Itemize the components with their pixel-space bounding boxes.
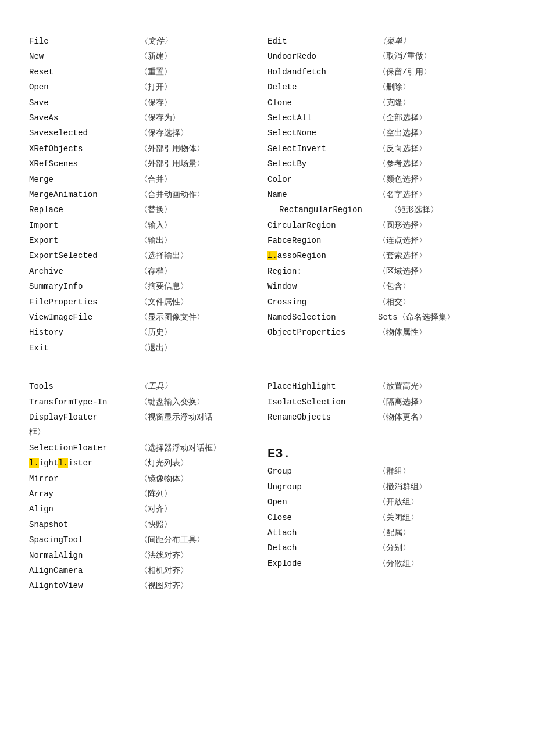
lightlister-item: l.ightl.ister 〈灯光列表〉 [29,457,268,470]
saveselected-item: Saveselected 〈保存选择〉 [29,127,268,139]
file-label: File [29,35,140,48]
undoredo-item: UndoorRedo 〈取消/重做〉 [268,50,506,63]
reset-item: Reset 〈重置〉 [29,66,268,78]
bottom-section: Tools 〈工具〉 TransformType-In 〈键盘输入变换〉 Dis… [29,380,506,594]
name-item: Name 〈名字选择〉 [268,188,506,201]
align-item: Align 〈对齐〉 [29,503,268,515]
file-translation: 〈文件〉 [140,35,172,48]
group-item: Group 〈群组〉 [268,465,506,478]
right-bottom-column: PlaceHighlight 〈放置高光〉 IsolateSelection 〈… [268,380,506,594]
rectangularregion-item: RectangularRegion 〈矩形选择〉 [268,203,506,216]
xrefobjects-item: XRefObjects 〈外部引用物体〉 [29,142,268,155]
replace-item: Replace 〈替换〉 [29,203,268,216]
selectinvert-item: SelectInvert 〈反向选择〉 [268,142,506,155]
ungroup-item: Ungroup 〈撤消群组〉 [268,481,506,493]
window-item: Window 〈包含〉 [268,280,506,293]
file-header: File 〈文件〉 [29,35,268,48]
xrefscenes-item: XRefScenes 〈外部引用场景〉 [29,157,268,170]
namedselection-item: NamedSelection Sets〈命名选择集〉 [268,311,506,324]
place-section: PlaceHighlight 〈放置高光〉 IsolateSelection 〈… [268,380,506,424]
color-item: Color 〈颜色选择〉 [268,173,506,186]
closegroup-item: Close 〈关闭组〉 [268,511,506,524]
selectall-item: SelectAll 〈全部选择〉 [268,112,506,124]
delete-item: Delete 〈删除〉 [268,81,506,94]
light-highlight1: l. [29,458,39,468]
light-highlight2: l. [58,458,68,468]
archive-item: Archive 〈存档〉 [29,265,268,278]
selectby-item: SelectBy 〈参考选择〉 [268,157,506,170]
new-item: New 〈新建〉 [29,50,268,63]
aligncamera-item: AlignCamera 〈相机对齐〉 [29,564,268,577]
edit-header: Edit 〈菜单〉 [268,35,506,48]
saveas-item: SaveAs 〈保存为〉 [29,112,268,124]
exportselected-item: ExportSelected 〈选择输出〉 [29,249,268,262]
e3-section: E3. Group 〈群组〉 Ungroup 〈撤消群组〉 Open 〈开放组〉… [268,447,506,570]
edit-column: Edit 〈菜单〉 UndoorRedo 〈取消/重做〉 Holdandfetc… [268,35,506,357]
opengroup-item: Open 〈开放组〉 [268,496,506,508]
lassoregion-item: l.assoRegion 〈套索选择〉 [268,249,506,262]
viewimagefile-item: ViewImageFile 〈显示图像文件〉 [29,311,268,324]
snapshot-item: Snapshot 〈快照〉 [29,518,268,531]
displayfloater-cont: 框〉 [29,426,268,439]
detach-item: Detach 〈分别〉 [268,542,506,554]
lasso-highlight: l. [268,251,277,260]
selectionfloater-item: SelectionFloater 〈选择器浮动对话框〉 [29,442,268,454]
spacingtool-item: SpacingTool 〈间距分布工具〉 [29,533,268,546]
new-translation: 〈新建〉 [140,50,172,63]
save-item: Save 〈保存〉 [29,96,268,109]
file-column: File 〈文件〉 New 〈新建〉 Reset 〈重置〉 Open 〈打开〉 … [29,35,268,357]
clone-item: Clone 〈克隆〉 [268,96,506,109]
merge-item: Merge 〈合并〉 [29,173,268,186]
summaryinfo-item: SummaryInfo 〈摘要信息〉 [29,280,268,293]
transformtype-item: TransformType-In 〈键盘输入变换〉 [29,396,268,409]
isolateselection-item: IsolateSelection 〈隔离选择〉 [268,396,506,409]
aligntoview-item: AligntoView 〈视图对齐〉 [29,579,268,592]
fileproperties-item: FileProperties 〈文件属性〉 [29,296,268,309]
displayfloater-item: DisplayFloater 〈视窗显示浮动对话 [29,411,268,424]
e3-label: E3. [268,447,506,461]
fabceregion-item: FabceRegion 〈连点选择〉 [268,234,506,247]
selectnone-item: SelectNone 〈空出选择〉 [268,127,506,139]
tools-header: Tools 〈工具〉 [29,380,268,393]
region-item: Region: 〈区域选择〉 [268,265,506,278]
placehighlight-item: PlaceHighlight 〈放置高光〉 [268,380,506,393]
array-item: Array 〈阵列〉 [29,488,268,500]
import-item: Import 〈输入〉 [29,219,268,232]
objectproperties-item: ObjectProperties 〈物体属性〉 [268,326,506,339]
holdandfetch-item: Holdandfetch 〈保留/引用〉 [268,66,506,78]
tools-column: Tools 〈工具〉 TransformType-In 〈键盘输入变换〉 Dis… [29,380,268,594]
renameobjects-item: RenameObjects 〈物体更名〉 [268,411,506,424]
exit-item: Exit 〈退出〉 [29,342,268,354]
crossing-item: Crossing 〈相交〉 [268,296,506,309]
history-item: History 〈历史〉 [29,326,268,339]
explode-item: Explode 〈分散组〉 [268,557,506,570]
normalalign-item: NormalAlign 〈法线对齐〉 [29,549,268,562]
circularregion-item: CircularRegion 〈圆形选择〉 [268,219,506,232]
mergeanimation-item: MergeAnimation 〈合并动画动作〉 [29,188,268,201]
open-item: Open 〈打开〉 [29,81,268,94]
attach-item: Attach 〈配属〉 [268,526,506,539]
mirror-item: Mirror 〈镜像物体〉 [29,472,268,485]
new-label: New [29,50,140,63]
export-item: Export 〈输出〉 [29,234,268,247]
